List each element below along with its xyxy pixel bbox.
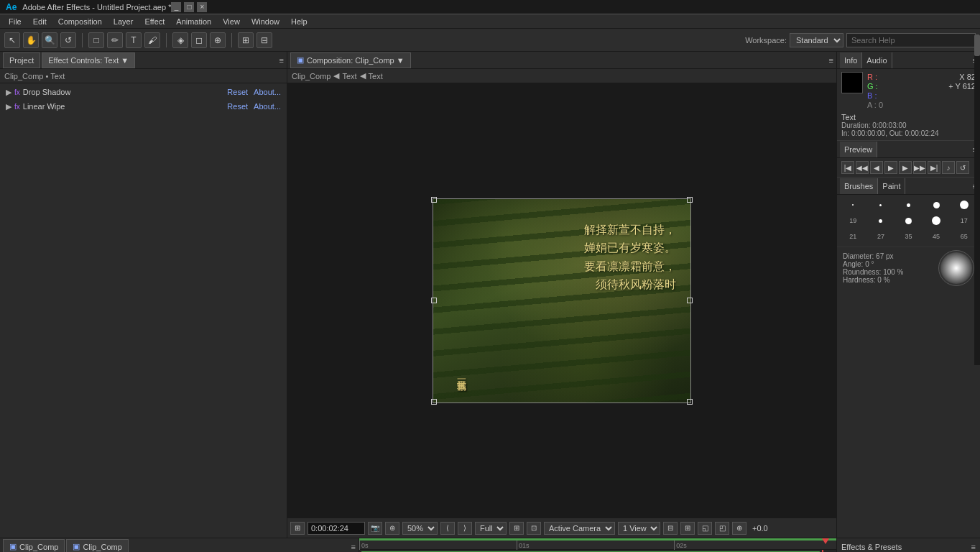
- brush-13[interactable]: [951, 198, 977, 212]
- brush-5b[interactable]: [868, 213, 895, 228]
- menu-help[interactable]: Help: [285, 14, 313, 29]
- breadcrumb-text1[interactable]: Text: [342, 72, 356, 80]
- tool-extra1[interactable]: ⊞: [238, 32, 254, 48]
- prev-loop[interactable]: ↺: [956, 161, 969, 174]
- timeline-tab-clip-comp1[interactable]: ▣ Clip_Comp: [3, 539, 65, 553]
- handle-bl[interactable]: [431, 399, 437, 405]
- brush-35[interactable]: 35: [895, 229, 922, 244]
- tool-clone[interactable]: ◈: [172, 32, 188, 48]
- prev-first[interactable]: |◀: [841, 161, 854, 174]
- prev-fwd[interactable]: ▶▶: [913, 161, 926, 174]
- handle-tl[interactable]: [431, 197, 437, 203]
- brush-45[interactable]: 45: [923, 229, 950, 244]
- tab-paint[interactable]: Paint: [878, 178, 905, 194]
- about-linear-wipe[interactable]: About...: [254, 102, 281, 111]
- tool-extra2[interactable]: ⊟: [256, 32, 272, 48]
- menu-window[interactable]: Window: [246, 14, 285, 29]
- handle-tr[interactable]: [687, 197, 693, 203]
- tab-effect-controls[interactable]: Effect Controls: Text ▼: [42, 52, 135, 68]
- toggle-btn4[interactable]: ◰: [715, 522, 729, 535]
- tool-hand[interactable]: ✋: [23, 32, 39, 48]
- tool-shape[interactable]: □: [88, 32, 104, 48]
- brush-1[interactable]: [840, 198, 866, 212]
- safe-btn[interactable]: ⊡: [527, 522, 541, 535]
- tab-project[interactable]: Project: [3, 52, 40, 68]
- breadcrumb-clip-comp[interactable]: Clip_Comp: [292, 72, 330, 80]
- prev-play[interactable]: ▶: [884, 161, 897, 174]
- menu-file[interactable]: File: [3, 14, 27, 29]
- maximize-button[interactable]: □: [184, 2, 194, 12]
- brush-17[interactable]: 17: [951, 213, 977, 228]
- panel-menu-icon[interactable]: ≡: [279, 56, 284, 65]
- view-dropdown[interactable]: 1 View: [618, 522, 660, 535]
- brush-21[interactable]: 21: [840, 229, 866, 244]
- minimize-button[interactable]: _: [171, 2, 181, 12]
- brush-65[interactable]: 65: [951, 229, 977, 244]
- prev-back-frame[interactable]: ◀: [870, 161, 883, 174]
- tool-rotate[interactable]: ↺: [60, 32, 76, 48]
- brush-3[interactable]: [868, 198, 895, 212]
- brush-9b[interactable]: [895, 213, 922, 228]
- toggle-btn3[interactable]: ◱: [698, 522, 712, 535]
- comp-tab-clip-comp[interactable]: ▣ Composition: Clip_Comp ▼: [290, 52, 411, 68]
- toggle-btn1[interactable]: ⊟: [663, 522, 678, 535]
- comp-panel-menu[interactable]: ≡: [829, 56, 833, 65]
- comp-timecode[interactable]: 0:00:02:24: [308, 522, 365, 535]
- effects-presets-menu[interactable]: ≡: [971, 543, 976, 551]
- prev-last[interactable]: ▶|: [928, 161, 940, 174]
- camera-dropdown[interactable]: Active Camera: [544, 522, 615, 535]
- tab-brushes[interactable]: Brushes: [840, 178, 878, 194]
- next-btn[interactable]: ⟩: [458, 522, 472, 535]
- tool-zoom[interactable]: 🔍: [42, 32, 57, 48]
- x-coord: X 82: [959, 73, 976, 81]
- color-swatch: [841, 72, 863, 93]
- tool-eraser[interactable]: ◻: [191, 32, 207, 48]
- comp-camera-btn[interactable]: 📷: [368, 522, 382, 535]
- quality-dropdown[interactable]: Full: [475, 522, 507, 535]
- reset-drop-shadow[interactable]: Reset: [227, 88, 248, 96]
- prev-btn[interactable]: ⟨: [440, 522, 455, 535]
- search-input[interactable]: [846, 33, 976, 47]
- brush-preview-circle: [938, 250, 974, 286]
- prev-fwd-frame[interactable]: ▶: [899, 161, 912, 174]
- brush-27[interactable]: 27: [868, 229, 895, 244]
- timeline-panel-menu[interactable]: ≡: [351, 543, 356, 551]
- brush-19[interactable]: 19: [840, 213, 866, 228]
- brush-9[interactable]: [923, 198, 950, 212]
- grid-btn[interactable]: ⊞: [509, 522, 524, 535]
- menu-edit[interactable]: Edit: [27, 14, 52, 29]
- handle-ml[interactable]: [431, 298, 437, 303]
- menu-view[interactable]: View: [217, 14, 246, 29]
- tool-select[interactable]: ↖: [4, 32, 20, 48]
- left-panel-scrollbar[interactable]: [974, 34, 980, 365]
- workspace-dropdown[interactable]: Standard: [790, 33, 843, 47]
- tool-brush[interactable]: 🖌: [144, 32, 160, 48]
- reset-linear-wipe[interactable]: Reset: [227, 102, 248, 111]
- tool-text[interactable]: T: [126, 32, 142, 48]
- brush-13b[interactable]: [923, 213, 950, 228]
- handle-mr[interactable]: [687, 298, 693, 303]
- tool-puppet[interactable]: ⊕: [210, 32, 226, 48]
- comp-snap-btn[interactable]: ⊞: [290, 522, 305, 535]
- timeline-tab-clip-comp2[interactable]: ▣ Clip_Comp: [66, 539, 128, 553]
- menu-layer[interactable]: Layer: [108, 14, 139, 29]
- tab-audio[interactable]: Audio: [862, 52, 892, 68]
- prev-audio[interactable]: ♪: [942, 161, 955, 174]
- menu-effect[interactable]: Effect: [139, 14, 170, 29]
- tab-preview[interactable]: Preview: [840, 142, 877, 157]
- close-button[interactable]: ×: [197, 2, 207, 12]
- prev-back[interactable]: ◀◀: [856, 161, 869, 174]
- expand-arrow-drop-shadow[interactable]: ▶: [6, 88, 11, 97]
- brush-5[interactable]: [895, 198, 922, 212]
- menu-animation[interactable]: Animation: [170, 14, 217, 29]
- menu-composition[interactable]: Composition: [52, 14, 108, 29]
- about-drop-shadow[interactable]: About...: [254, 88, 281, 96]
- zoom-dropdown[interactable]: 50%: [402, 522, 438, 535]
- comp-render-btn[interactable]: ⊛: [385, 522, 399, 535]
- tab-info[interactable]: Info: [840, 52, 862, 68]
- expand-arrow-linear-wipe[interactable]: ▶: [6, 102, 11, 111]
- toggle-btn2[interactable]: ⊞: [680, 522, 695, 535]
- handle-br[interactable]: [687, 399, 693, 405]
- tool-pen[interactable]: ✏: [107, 32, 123, 48]
- toggle-btn5[interactable]: ⊕: [732, 522, 746, 535]
